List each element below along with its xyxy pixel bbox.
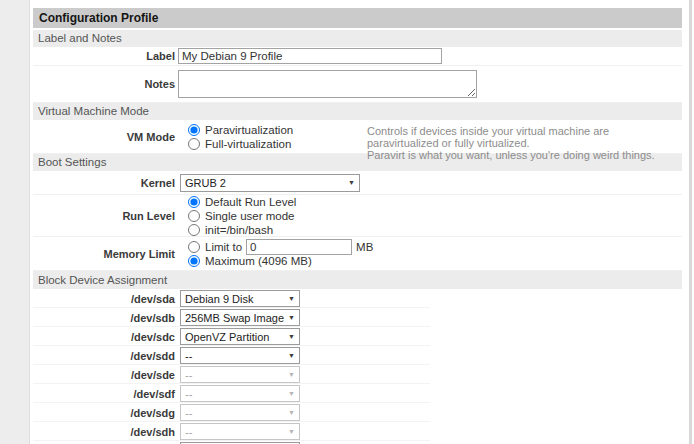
device-select-value: 256MB Swap Image (185, 312, 284, 324)
run-level-row: Run Level Default Run Level Single user … (33, 195, 682, 237)
device-select-sdc[interactable]: OpenVZ Partition ▼ (180, 328, 300, 345)
run-level-option-single-user[interactable]: Single user mode (188, 209, 296, 222)
device-select-sdf: -- ▼ (180, 385, 300, 402)
vm-mode-option-paravirtualization[interactable]: Paravirtualization (188, 123, 293, 136)
memory-limit-label: Memory Limit (33, 248, 178, 260)
device-select-value: -- (185, 350, 192, 362)
run-level-option-label: Single user mode (205, 210, 295, 222)
memory-limit-maximum-label: Maximum (4096 MB) (205, 255, 312, 267)
memory-limit-radio-maximum[interactable] (188, 255, 200, 267)
device-label: /dev/sda (33, 293, 178, 305)
kernel-select-value: GRUB 2 (185, 177, 226, 189)
device-row-sdh: /dev/sdh -- ▼ (33, 422, 682, 441)
label-field-row: Label (33, 47, 682, 66)
label-field-label: Label (33, 50, 178, 62)
memory-limit-radio-group: Limit to MB Maximum (4096 MB) (178, 240, 373, 267)
device-select-value: -- (185, 407, 192, 419)
section-block-device-assignment: Block Device Assignment (33, 271, 682, 289)
section-label-and-notes: Label and Notes (33, 30, 682, 47)
vm-mode-help-line1: Controls if devices inside your virtual … (367, 125, 682, 149)
device-row-sda: /dev/sda Debian 9 Disk ▼ (33, 289, 682, 308)
memory-limit-value-input[interactable] (246, 239, 352, 255)
run-level-radio-init-bash[interactable] (188, 224, 200, 236)
run-level-label: Run Level (33, 210, 178, 222)
device-select-sdh: -- ▼ (180, 423, 300, 440)
memory-limit-limit-to-label: Limit to (205, 241, 242, 253)
device-label: /dev/sdc (33, 331, 178, 343)
vm-mode-radio-group: Paravirtualization Full-virtualization (178, 123, 293, 150)
memory-limit-unit-label: MB (356, 241, 373, 253)
vm-mode-option-label: Paravirtualization (205, 124, 293, 136)
dropdown-arrow-icon: ▼ (288, 295, 295, 302)
device-row-sde: /dev/sde -- ▼ (33, 365, 682, 384)
device-label: /dev/sdg (33, 407, 178, 419)
device-label: /dev/sdh (33, 426, 178, 438)
scrollbar-track[interactable] (689, 0, 692, 444)
vm-mode-row: VM Mode Paravirtualization Full-virtuali… (33, 120, 682, 154)
run-level-option-default[interactable]: Default Run Level (188, 195, 296, 208)
vm-mode-radio-full-virtualization[interactable] (188, 138, 200, 150)
run-level-option-label: init=/bin/bash (205, 224, 273, 236)
device-label: /dev/sdd (33, 350, 178, 362)
memory-limit-row: Memory Limit Limit to MB Maximum (4096 M… (33, 237, 682, 271)
dropdown-arrow-icon: ▼ (288, 314, 295, 321)
device-select-value: -- (185, 426, 192, 438)
device-select-sda[interactable]: Debian 9 Disk ▼ (180, 290, 300, 307)
device-label: /dev/sde (33, 369, 178, 381)
vm-mode-radio-paravirtualization[interactable] (188, 124, 200, 136)
device-select-value: -- (185, 388, 192, 400)
kernel-label: Kernel (33, 177, 178, 189)
device-select-value: OpenVZ Partition (185, 331, 269, 343)
run-level-radio-group: Default Run Level Single user mode init=… (178, 195, 296, 236)
dropdown-arrow-icon: ▼ (288, 409, 295, 416)
notes-textarea[interactable] (178, 70, 477, 98)
vm-mode-label: VM Mode (33, 131, 178, 143)
run-level-radio-single-user[interactable] (188, 210, 200, 222)
notes-field-label: Notes (33, 78, 178, 90)
memory-limit-option-limit-to[interactable]: Limit to MB (188, 240, 373, 253)
vm-mode-option-full-virtualization[interactable]: Full-virtualization (188, 137, 293, 150)
label-input[interactable] (178, 48, 442, 64)
memory-limit-radio-limit-to[interactable] (188, 241, 200, 253)
kernel-select[interactable]: GRUB 2 ▼ (180, 174, 360, 192)
device-select-sdb[interactable]: 256MB Swap Image ▼ (180, 309, 300, 326)
left-gutter (0, 0, 30, 444)
kernel-row: Kernel GRUB 2 ▼ (33, 171, 682, 195)
vm-mode-option-label: Full-virtualization (205, 138, 291, 150)
vm-mode-help-line2: Paravirt is what you want, unless you're… (367, 149, 682, 161)
device-label: /dev/sdf (33, 388, 178, 400)
vm-mode-help-text: Controls if devices inside your virtual … (367, 125, 682, 161)
dropdown-arrow-icon: ▼ (288, 428, 295, 435)
device-row-sdd: /dev/sdd -- ▼ (33, 346, 682, 365)
device-row-sdg: /dev/sdg -- ▼ (33, 403, 682, 422)
run-level-radio-default[interactable] (188, 196, 200, 208)
dropdown-arrow-icon: ▼ (348, 179, 355, 186)
dropdown-arrow-icon: ▼ (288, 352, 295, 359)
device-select-value: -- (185, 369, 192, 381)
dropdown-arrow-icon: ▼ (288, 390, 295, 397)
device-select-sde: -- ▼ (180, 366, 300, 383)
device-row-sdc: /dev/sdc OpenVZ Partition ▼ (33, 327, 682, 346)
page-title: Configuration Profile (33, 8, 682, 28)
device-select-value: Debian 9 Disk (185, 293, 253, 305)
dropdown-arrow-icon: ▼ (288, 371, 295, 378)
configuration-form: Configuration Profile Label and Notes La… (33, 8, 682, 444)
device-select-sdg: -- ▼ (180, 404, 300, 421)
notes-field-row: Notes (33, 66, 682, 103)
configuration-profile-page: { "window": { "title": "Configuration Pr… (0, 0, 694, 444)
device-label: /dev/sdb (33, 312, 178, 324)
section-virtual-machine-mode: Virtual Machine Mode (33, 103, 682, 120)
run-level-option-label: Default Run Level (205, 196, 296, 208)
device-select-sdd[interactable]: -- ▼ (180, 347, 300, 364)
dropdown-arrow-icon: ▼ (288, 333, 295, 340)
run-level-option-init-bash[interactable]: init=/bin/bash (188, 223, 296, 236)
device-row-sdb: /dev/sdb 256MB Swap Image ▼ (33, 308, 682, 327)
device-row-sdf: /dev/sdf -- ▼ (33, 384, 682, 403)
memory-limit-option-maximum[interactable]: Maximum (4096 MB) (188, 254, 373, 267)
